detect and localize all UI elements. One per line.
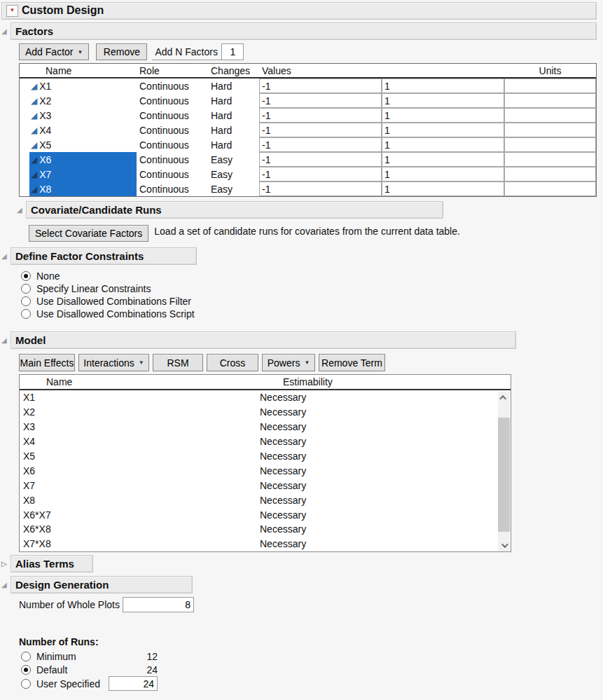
scrollbar-up-button[interactable] bbox=[498, 392, 510, 404]
factor-role[interactable]: Continuous bbox=[137, 78, 207, 93]
constraint-option-linear[interactable]: Specify Linear Constraints bbox=[21, 282, 603, 295]
factor-low-value[interactable]: -1 bbox=[259, 152, 382, 167]
factor-high-value[interactable]: 1 bbox=[382, 152, 504, 167]
constraint-option-none[interactable]: None bbox=[21, 270, 603, 282]
model-term-row[interactable]: X6*X7Necessary bbox=[20, 507, 511, 522]
factor-high-value[interactable]: 1 bbox=[382, 78, 504, 93]
model-term-row[interactable]: X2Necessary bbox=[20, 405, 511, 420]
model-term-row[interactable]: X8Necessary bbox=[20, 493, 511, 507]
factor-units-value[interactable] bbox=[504, 108, 596, 123]
factor-changes[interactable]: Hard bbox=[207, 108, 259, 123]
radio-checked-icon[interactable] bbox=[21, 665, 31, 675]
model-term-row[interactable]: X7*X8Necessary bbox=[20, 537, 511, 551]
factor-changes[interactable]: Easy bbox=[207, 181, 259, 196]
alias-terms-section-header[interactable]: Alias Terms bbox=[11, 555, 93, 572]
factor-changes[interactable]: Hard bbox=[207, 93, 259, 108]
whole-plots-input[interactable] bbox=[123, 597, 194, 612]
disclosure-open-icon[interactable]: ◢ bbox=[1, 253, 11, 260]
factor-row-selected[interactable]: ◢X8 Continuous Easy -1 1 bbox=[20, 181, 596, 196]
model-term-row[interactable]: X6Necessary bbox=[20, 463, 511, 478]
factor-row-selected[interactable]: ◢X6 Continuous Easy -1 1 bbox=[20, 152, 596, 167]
design-generation-section-header[interactable]: Design Generation bbox=[11, 576, 193, 593]
disclosure-collapsed-icon[interactable]: ▷ bbox=[1, 561, 11, 568]
factor-units-value[interactable] bbox=[504, 167, 596, 181]
factor-low-value[interactable]: -1 bbox=[259, 108, 382, 123]
disclosure-open-icon[interactable]: ◢ bbox=[1, 28, 11, 35]
factor-changes[interactable]: Hard bbox=[207, 78, 259, 93]
cross-button[interactable]: Cross bbox=[207, 354, 258, 371]
custom-design-header[interactable]: ▼ Custom Design bbox=[1, 2, 597, 20]
user-specified-runs-input[interactable] bbox=[109, 676, 158, 691]
factor-role[interactable]: Continuous bbox=[137, 93, 207, 108]
factor-high-value[interactable]: 1 bbox=[382, 108, 504, 123]
remove-button[interactable]: Remove bbox=[96, 43, 147, 60]
add-n-factors-input[interactable] bbox=[221, 43, 244, 60]
factor-role[interactable]: Continuous bbox=[137, 123, 207, 137]
constraint-option-disallowed-filter[interactable]: Use Disallowed Combinations Filter bbox=[21, 295, 603, 308]
disclosure-open-icon[interactable]: ◢ bbox=[17, 207, 26, 214]
main-effects-button[interactable]: Main Effects bbox=[19, 354, 75, 371]
add-n-factors-button[interactable]: Add N Factors bbox=[152, 43, 221, 60]
scrollbar-down-button[interactable] bbox=[498, 540, 510, 551]
radio-checked-icon[interactable] bbox=[21, 271, 31, 281]
factor-row[interactable]: ◢X4 Continuous Hard -1 1 bbox=[20, 123, 596, 137]
model-term-row[interactable]: X4Necessary bbox=[20, 434, 511, 449]
scrollbar-thumb[interactable] bbox=[498, 418, 510, 532]
factor-changes[interactable]: Hard bbox=[207, 123, 259, 137]
radio-icon[interactable] bbox=[21, 296, 31, 306]
factor-row[interactable]: ◢X1 Continuous Hard -1 1 bbox=[20, 78, 596, 93]
model-term-row[interactable]: X6*X8Necessary bbox=[20, 522, 511, 537]
factor-changes[interactable]: Easy bbox=[207, 167, 259, 181]
factor-high-value[interactable]: 1 bbox=[382, 167, 504, 181]
factor-units-value[interactable] bbox=[504, 123, 596, 137]
powers-button[interactable]: Powers▼ bbox=[262, 354, 315, 371]
disclosure-open-icon[interactable]: ◢ bbox=[1, 337, 11, 344]
constraints-section-header[interactable]: Define Factor Constraints bbox=[11, 247, 197, 265]
factor-units-value[interactable] bbox=[504, 152, 596, 167]
factors-section-header[interactable]: Factors bbox=[11, 22, 597, 40]
radio-icon[interactable] bbox=[21, 284, 31, 294]
factor-role[interactable]: Continuous bbox=[137, 181, 207, 196]
factor-row[interactable]: ◢X5 Continuous Hard -1 1 bbox=[20, 137, 596, 152]
constraint-option-disallowed-script[interactable]: Use Disallowed Combinations Script bbox=[21, 308, 603, 320]
factor-high-value[interactable]: 1 bbox=[382, 137, 504, 152]
factor-low-value[interactable]: -1 bbox=[259, 137, 382, 152]
factor-changes[interactable]: Easy bbox=[207, 152, 259, 167]
model-section-header[interactable]: Model bbox=[11, 331, 516, 349]
factor-low-value[interactable]: -1 bbox=[259, 78, 382, 93]
factor-role[interactable]: Continuous bbox=[137, 152, 207, 167]
factor-high-value[interactable]: 1 bbox=[382, 181, 504, 196]
factor-low-value[interactable]: -1 bbox=[259, 181, 382, 196]
factor-units-value[interactable] bbox=[504, 93, 596, 108]
red-triangle-menu-button[interactable]: ▼ bbox=[6, 5, 18, 17]
add-factor-button[interactable]: Add Factor ▼ bbox=[19, 43, 89, 60]
factor-row[interactable]: ◢X3 Continuous Hard -1 1 bbox=[20, 108, 596, 123]
factor-low-value[interactable]: -1 bbox=[259, 123, 382, 137]
model-scrollbar[interactable] bbox=[498, 392, 510, 551]
factor-high-value[interactable]: 1 bbox=[382, 93, 504, 108]
factor-row[interactable]: ◢X2 Continuous Hard -1 1 bbox=[20, 93, 596, 108]
factor-units-value[interactable] bbox=[504, 137, 596, 152]
runs-option-minimum[interactable]: Minimum 12 bbox=[21, 650, 603, 663]
model-term-row[interactable]: X5Necessary bbox=[20, 449, 511, 464]
remove-term-button[interactable]: Remove Term bbox=[319, 354, 385, 371]
runs-option-user-specified[interactable]: User Specified bbox=[21, 676, 603, 691]
model-term-row[interactable]: X1Necessary bbox=[20, 390, 511, 405]
interactions-button[interactable]: Interactions▼ bbox=[78, 354, 149, 371]
select-covariate-factors-button[interactable]: Select Covariate Factors bbox=[29, 225, 148, 242]
rsm-button[interactable]: RSM bbox=[153, 354, 203, 371]
radio-icon[interactable] bbox=[21, 652, 31, 661]
factor-high-value[interactable]: 1 bbox=[382, 123, 504, 137]
model-term-row[interactable]: X7Necessary bbox=[20, 478, 511, 493]
factor-role[interactable]: Continuous bbox=[137, 108, 207, 123]
covariate-section-header[interactable]: Covariate/Candidate Runs bbox=[26, 201, 443, 219]
factor-low-value[interactable]: -1 bbox=[259, 93, 382, 108]
factor-changes[interactable]: Hard bbox=[207, 137, 259, 152]
runs-option-default[interactable]: Default 24 bbox=[21, 663, 603, 676]
factor-role[interactable]: Continuous bbox=[137, 167, 207, 181]
factor-row-selected[interactable]: ◢X7 Continuous Easy -1 1 bbox=[20, 167, 596, 181]
disclosure-open-icon[interactable]: ◢ bbox=[1, 582, 11, 589]
radio-icon[interactable] bbox=[21, 679, 31, 689]
model-term-row[interactable]: X3Necessary bbox=[20, 420, 511, 434]
factor-units-value[interactable] bbox=[504, 78, 596, 93]
